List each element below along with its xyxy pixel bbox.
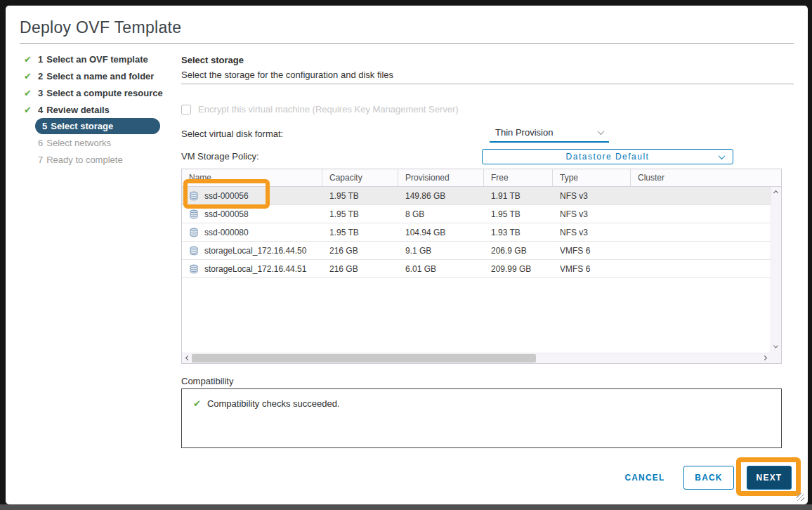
check-icon: ✔ — [24, 71, 38, 81]
step-4-review-details[interactable]: ✔ 4 Review details — [24, 101, 174, 118]
column-header-provisioned[interactable]: Provisioned — [398, 169, 484, 186]
page-background: Deploy OVF Template ✔ 1 Select an OVF te… — [0, 0, 812, 510]
dialog-title: Deploy OVF Template — [20, 18, 181, 37]
disk-format-value: Thin Provision — [495, 127, 553, 138]
cell-provisioned: 149.86 GB — [398, 191, 484, 201]
scroll-right-icon[interactable] — [762, 355, 767, 360]
column-header-cluster[interactable]: Cluster — [631, 169, 781, 186]
datastore-row[interactable]: storageLocal_172.16.44.51 216 GB 6.01 GB… — [182, 260, 771, 278]
cancel-button[interactable]: CANCEL — [612, 466, 678, 490]
column-header-name[interactable]: Name — [182, 169, 322, 186]
cell-capacity: 1.95 TB — [322, 228, 398, 237]
column-header-capacity[interactable]: Capacity — [322, 169, 398, 186]
step-5-select-storage[interactable]: 5 Select storage — [35, 118, 160, 134]
datastore-icon — [189, 191, 199, 201]
cell-capacity: 216 GB — [322, 246, 398, 256]
table-body: ssd-000056 1.95 TB 149.86 GB 1.91 TB NFS… — [182, 187, 771, 353]
disk-format-label: Select virtual disk format: — [181, 129, 283, 139]
resize-grip[interactable] — [797, 493, 804, 501]
cell-free: 1.95 TB — [484, 209, 553, 219]
cell-free: 209.99 GB — [484, 264, 553, 274]
chevron-down-icon — [598, 128, 605, 135]
cell-provisioned: 6.01 GB — [398, 264, 484, 274]
deploy-ovf-template-dialog: Deploy OVF Template ✔ 1 Select an OVF te… — [6, 6, 808, 504]
next-button[interactable]: NEXT — [747, 466, 792, 490]
scrollbar-thumb[interactable] — [192, 354, 536, 362]
storage-policy-label: VM Storage Policy: — [181, 151, 259, 162]
vertical-scrollbar[interactable] — [771, 187, 781, 353]
column-header-type[interactable]: Type — [553, 169, 631, 186]
cell-provisioned: 104.94 GB — [398, 228, 484, 237]
cell-free: 1.93 TB — [484, 228, 553, 237]
cell-type: NFS v3 — [553, 209, 631, 219]
scroll-down-icon[interactable] — [773, 344, 778, 348]
success-check-icon: ✔ — [193, 398, 201, 409]
horizontal-scrollbar[interactable] — [182, 353, 771, 363]
check-icon: ✔ — [24, 54, 38, 65]
compatibility-message: Compatibility checks succeeded. — [207, 398, 340, 409]
datastore-row[interactable]: ssd-000058 1.95 TB 8 GB 1.95 TB NFS v3 — [182, 205, 771, 223]
back-button[interactable]: BACK — [683, 466, 734, 490]
cell-type: VMFS 6 — [553, 264, 631, 274]
cell-free: 206.9 GB — [484, 246, 553, 256]
step-6-select-networks: 6 Select networks — [24, 134, 174, 151]
storage-policy-value: Datastore Default — [566, 152, 650, 162]
check-icon: ✔ — [24, 88, 38, 98]
content-divider — [181, 84, 794, 84]
scrollbar-corner — [771, 353, 781, 363]
datastore-icon — [189, 264, 199, 274]
step-7-ready-to-complete: 7 Ready to complete — [24, 151, 174, 168]
page-title: Select storage — [181, 55, 244, 65]
scroll-left-icon[interactable] — [185, 355, 190, 360]
compatibility-label: Compatibility — [181, 376, 233, 386]
datastore-table: Name Capacity Provisioned Free Type Clus… — [181, 169, 782, 364]
check-icon: ✔ — [24, 105, 38, 115]
cell-free: 1.91 TB — [484, 191, 553, 201]
table-header: Name Capacity Provisioned Free Type Clus… — [182, 169, 781, 187]
step-2-select-name-folder[interactable]: ✔ 2 Select a name and folder — [24, 67, 174, 84]
wizard-steps: ✔ 1 Select an OVF template ✔ 2 Select a … — [24, 51, 174, 168]
cell-capacity: 1.95 TB — [322, 209, 398, 219]
datastore-icon — [189, 209, 199, 219]
encrypt-vm-option: Encrypt this virtual machine (Requires K… — [181, 104, 459, 115]
cell-capacity: 216 GB — [322, 264, 398, 274]
window-bottom-edge — [0, 504, 812, 510]
datastore-row[interactable]: ssd-000080 1.95 TB 104.94 GB 1.93 TB NFS… — [182, 223, 771, 242]
cell-capacity: 1.95 TB — [322, 191, 398, 201]
scroll-up-icon[interactable] — [773, 190, 778, 195]
datastore-icon — [189, 228, 199, 237]
chevron-down-icon — [719, 152, 726, 159]
storage-policy-dropdown[interactable]: Datastore Default — [482, 149, 733, 164]
disk-format-dropdown[interactable]: Thin Provision — [490, 124, 609, 143]
cell-type: NFS v3 — [553, 228, 631, 237]
datastore-row[interactable]: storageLocal_172.16.44.50 216 GB 9.1 GB … — [182, 242, 771, 260]
compatibility-box: ✔ Compatibility checks succeeded. — [181, 388, 782, 448]
step-3-select-compute-resource[interactable]: ✔ 3 Select a compute resource — [24, 84, 174, 101]
cell-provisioned: 9.1 GB — [398, 246, 484, 256]
cell-type: NFS v3 — [553, 191, 631, 201]
cell-type: VMFS 6 — [553, 246, 631, 256]
datastore-icon — [189, 246, 199, 256]
column-header-free[interactable]: Free — [484, 169, 553, 186]
step-1-select-ovf-template[interactable]: ✔ 1 Select an OVF template — [24, 51, 174, 67]
cell-provisioned: 8 GB — [398, 209, 484, 219]
datastore-row[interactable]: ssd-000056 1.95 TB 149.86 GB 1.91 TB NFS… — [182, 187, 771, 205]
encrypt-label: Encrypt this virtual machine (Requires K… — [198, 104, 459, 115]
encrypt-checkbox — [181, 105, 191, 115]
page-subtitle: Select the storage for the configuration… — [181, 70, 393, 80]
title-divider — [20, 43, 794, 44]
